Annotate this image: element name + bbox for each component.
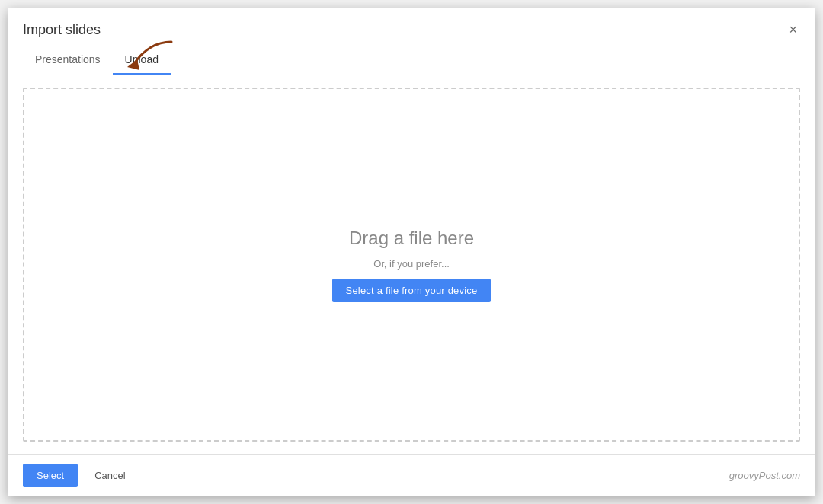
- footer-actions: Select Cancel: [23, 464, 135, 487]
- import-slides-dialog: Import slides × Presentations Upload Dra…: [8, 8, 815, 496]
- tabs-bar: Presentations Upload: [8, 46, 815, 75]
- dialog-header: Import slides ×: [8, 8, 815, 40]
- tab-upload[interactable]: Upload: [113, 46, 171, 75]
- footer-cancel-button[interactable]: Cancel: [85, 464, 134, 487]
- close-button[interactable]: ×: [786, 20, 800, 40]
- dialog-title: Import slides: [23, 22, 101, 38]
- watermark: groovyPost.com: [729, 470, 800, 481]
- dialog-footer: Select Cancel groovyPost.com: [8, 454, 815, 496]
- tab-presentations[interactable]: Presentations: [23, 46, 113, 75]
- drop-zone[interactable]: Drag a file here Or, if you prefer... Se…: [23, 88, 800, 442]
- drag-text: Drag a file here: [349, 228, 474, 249]
- dialog-body: Drag a file here Or, if you prefer... Se…: [8, 75, 815, 454]
- footer-select-button[interactable]: Select: [23, 464, 78, 487]
- or-text: Or, if you prefer...: [373, 258, 450, 270]
- select-file-button[interactable]: Select a file from your device: [332, 279, 492, 302]
